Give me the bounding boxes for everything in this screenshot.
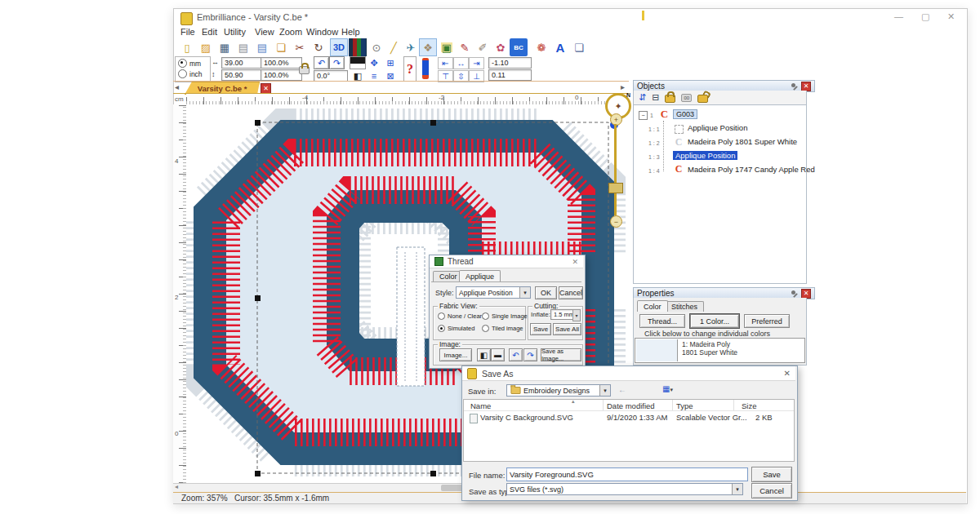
scale-x-field[interactable]: 100.0%	[261, 57, 302, 69]
file-row-date[interactable]: 9/1/2020 1:33 AM	[607, 413, 667, 422]
unit-mm-radio[interactable]: mm	[178, 59, 201, 68]
menu-zoom[interactable]: Zoom	[279, 27, 302, 37]
align-center-icon[interactable]: ↔	[453, 57, 469, 69]
letter-a-icon[interactable]: A	[551, 38, 569, 56]
group-tree-icon[interactable]: ⊟	[652, 92, 659, 103]
paste-icon[interactable]: ❏	[272, 38, 290, 56]
h-scroll-left-icon[interactable]: ◂	[175, 483, 178, 490]
pan-hand-icon[interactable]: ❖	[419, 38, 437, 56]
design-merge-icon[interactable]: ✿	[492, 38, 510, 56]
zoom-tool-icon[interactable]: ⊙	[368, 38, 385, 56]
sequence-icon[interactable]: ⇵	[639, 92, 646, 103]
tab-stitches[interactable]: Stitches	[665, 301, 704, 312]
sew-tool-icon[interactable]: ✂	[291, 38, 309, 56]
unit-inch-radio[interactable]: inch	[178, 69, 203, 78]
view-menu-icon[interactable]: ▦▾	[662, 384, 673, 393]
tree-item-applique-1[interactable]: Applique Position	[688, 123, 747, 132]
align-right-icon[interactable]: ⇥	[469, 57, 484, 69]
menu-view[interactable]: View	[255, 27, 274, 37]
one-color-button[interactable]: 1 Color...	[690, 314, 739, 328]
thread-tab-applique[interactable]: Applique	[459, 270, 501, 281]
pos-x-field[interactable]: -1.10	[488, 57, 532, 69]
pin-icon[interactable]	[791, 82, 799, 91]
red-flower-icon[interactable]: ❁	[532, 38, 550, 56]
thread-dialog-titlebar[interactable]: Thread ✕	[430, 255, 583, 268]
tab-color[interactable]: Color	[637, 300, 668, 312]
align-left-icon[interactable]: ⇤	[438, 57, 453, 69]
image-frame-icon[interactable]: ▣	[438, 38, 456, 56]
column-size[interactable]: Size	[742, 401, 756, 410]
angle-field[interactable]: 0.0°	[314, 70, 348, 82]
file-name-input[interactable]: Varsity Foreground.SVG	[506, 467, 748, 481]
save-as-type-combo[interactable]: SVG files (*.svg) ▾	[506, 483, 743, 495]
zeros-lock-icon[interactable]: 00	[681, 94, 692, 102]
tree-item-white-thread[interactable]: Madeira Poly 1801 Super White	[688, 137, 797, 146]
radio-none-clear[interactable]: None / Clear	[438, 312, 482, 320]
file-row-type[interactable]: Scalable Vector Gr...	[676, 413, 747, 422]
thread-close-icon[interactable]: ✕	[572, 258, 578, 266]
group-label[interactable]: G003	[673, 109, 697, 119]
height-field[interactable]: 50.90	[221, 69, 263, 81]
save-in-combo[interactable]: Embroidery Designs ▾	[506, 384, 611, 397]
selection-handle-lm[interactable]	[255, 295, 261, 301]
save-button[interactable]: Save	[751, 467, 792, 482]
thread-cancel-button[interactable]: Cancel	[559, 286, 583, 299]
notes-doc-icon[interactable]: ❏	[570, 38, 588, 56]
cutting-save-button[interactable]: Save	[530, 323, 551, 335]
file-row-name[interactable]: Varsity C Background.SVG	[480, 413, 573, 422]
cutting-save-all-button[interactable]: Save All	[553, 323, 581, 335]
menu-edit[interactable]: Edit	[202, 27, 217, 37]
menu-utility[interactable]: Utility	[224, 27, 246, 37]
minimize-button[interactable]: —	[894, 11, 903, 21]
save-as-image-button[interactable]: Save as Image...	[541, 348, 581, 361]
selection-handle-bm[interactable]	[430, 471, 436, 476]
tree-collapse-icon[interactable]: −	[639, 111, 648, 120]
center-design-icon[interactable]: ✥	[366, 56, 382, 69]
density-chart-icon[interactable]	[349, 38, 367, 56]
radio-tiled-image[interactable]: Tiled image	[482, 325, 523, 332]
zoom-out-slider-icon[interactable]: −	[610, 215, 622, 228]
style-combo[interactable]: Applique Position ▾	[456, 286, 531, 299]
maximize-button[interactable]: ▢	[921, 11, 929, 22]
measure-tool-icon[interactable]: ╱	[385, 38, 403, 56]
bc-badge-icon[interactable]: BC	[510, 38, 528, 56]
image-undo-icon[interactable]: ↶	[509, 348, 523, 361]
aspect-lock-icon[interactable]	[299, 66, 310, 74]
pin-icon[interactable]	[791, 290, 799, 298]
tree-item-applique-2-selected[interactable]: Applique Position	[673, 151, 737, 160]
applique-position-marker[interactable]	[397, 247, 425, 386]
radio-simulated[interactable]: Simulated	[438, 325, 474, 332]
column-type[interactable]: Type	[676, 401, 693, 410]
save-as-titlebar[interactable]: Save As ✕	[462, 366, 795, 381]
open-folder-icon[interactable]: ▨	[197, 38, 215, 56]
stitch-editor-icon[interactable]: ✎	[456, 38, 474, 56]
tab-scroll-left-icon[interactable]: ◂	[175, 82, 179, 91]
save-icon[interactable]: ▦	[216, 38, 234, 56]
pos-y-field[interactable]: 0.11	[488, 69, 532, 81]
copy-icon[interactable]: ▤	[253, 38, 271, 56]
needle-tool-icon[interactable]	[420, 57, 431, 80]
new-document-icon[interactable]: ▯	[178, 38, 196, 56]
inflate-spinner-icon[interactable]: ▾	[572, 309, 581, 321]
tree-item-red-thread[interactable]: Madeira Poly 1747 Candy Apple Red	[688, 165, 815, 174]
close-button[interactable]: ✕	[947, 11, 955, 22]
3d-view-icon[interactable]: 3D	[330, 38, 348, 56]
image-button[interactable]: Image...	[439, 348, 472, 361]
undo-button[interactable]: ↶	[314, 56, 329, 69]
image-frame-button-icon[interactable]: ▬	[491, 348, 505, 361]
preferred-button[interactable]: Preferred	[744, 314, 790, 328]
file-row-size[interactable]: 2 KB	[755, 413, 773, 422]
selection-handle-bl[interactable]	[255, 471, 261, 476]
menu-file[interactable]: File	[180, 27, 195, 37]
column-name[interactable]: Name	[470, 401, 491, 410]
selection-handle-tm[interactable]	[430, 120, 436, 126]
zoom-slider-handle[interactable]	[608, 183, 623, 193]
print-icon[interactable]: ▤	[234, 38, 252, 56]
lettering-bird-icon[interactable]: ✐	[474, 38, 492, 56]
save-in-dropdown-icon[interactable]: ▾	[599, 385, 610, 396]
scale-y-field[interactable]: 100.0%	[261, 69, 302, 81]
radio-single-image[interactable]: Single Image	[482, 312, 528, 320]
unlock-icon[interactable]	[697, 95, 708, 103]
thread-ok-button[interactable]: OK	[535, 286, 557, 299]
image-contrast-icon[interactable]: ◧	[477, 348, 491, 361]
